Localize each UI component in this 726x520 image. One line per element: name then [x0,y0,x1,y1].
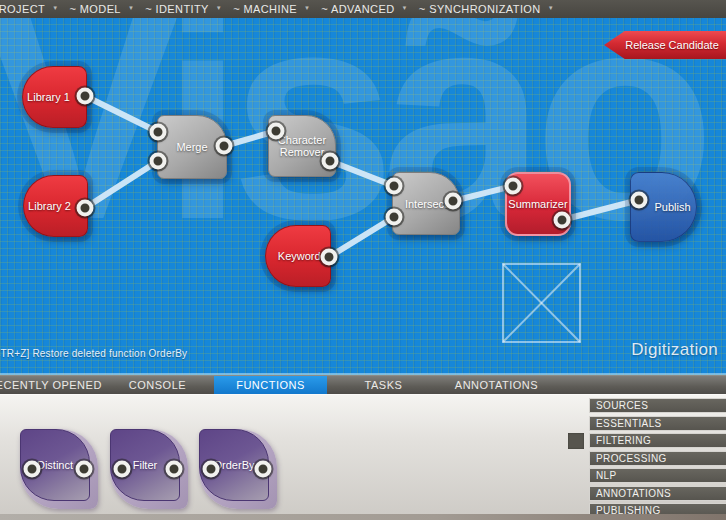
port-keywords-out[interactable] [321,249,338,266]
port-merge-in1[interactable] [150,124,167,141]
port-character-remover-in[interactable] [268,123,285,140]
category-nlp[interactable]: NLP [589,468,726,483]
tab-label: RECENTLY OPENED [0,379,102,391]
chevron-down-icon: ▼ [548,5,554,11]
workflow-canvas[interactable]: Visão Release Candidate Library 1 Librar… [0,18,726,375]
empty-frame [503,264,580,342]
functions-panel: Distinct Filter OrderBy SOURCES ESSENTIA… [0,394,726,520]
undo-hint-text: [CTR+Z] Restore deleted function OrderBy [0,348,187,359]
node-label: Library 1 [27,91,70,103]
port-intersect-in2[interactable] [386,209,403,226]
node-label: Intersect [405,198,447,210]
ribbon-label: Release Candidate [625,39,719,51]
chevron-down-icon: ▼ [216,5,222,11]
release-candidate-ribbon: Release Candidate [604,31,726,59]
panel-tab-bar: RECENTLY OPENED CONSOLE FUNCTIONS TASKS … [0,375,726,394]
port-intersect-out[interactable] [445,193,462,210]
category-list: SOURCES ESSENTIALS FILTERING PROCESSING … [589,398,726,520]
menu-item-advanced[interactable]: ~ ADVANCED ▼ [321,3,408,15]
menu-item-label: ~ MACHINE [233,3,297,15]
menu-item-project[interactable]: PROJECT ▼ [0,3,58,15]
tab-recently-opened[interactable]: RECENTLY OPENED [0,376,101,394]
menu-item-label: ~ IDENTITY [145,3,209,15]
palette-function-distinct[interactable]: Distinct [20,429,98,509]
port-distinct-in[interactable] [24,461,41,478]
port-character-remover-out[interactable] [322,153,339,170]
tab-console[interactable]: CONSOLE [101,376,214,394]
category-processing[interactable]: PROCESSING [589,451,726,466]
category-annotations[interactable]: ANNOTATIONS [589,486,726,501]
tab-label: FUNCTIONS [236,379,305,391]
port-intersect-in1[interactable] [386,178,403,195]
node-label: Summarizer [508,198,567,210]
node-label: Keywords [278,250,326,262]
menu-item-model[interactable]: ~ MODEL ▼ [69,3,134,15]
node-label: Merge [176,141,207,153]
function-label: Filter [133,459,157,471]
port-merge-out[interactable] [216,138,233,155]
node-label: Character Remover [273,134,331,158]
chevron-down-icon: ▼ [128,5,134,11]
menu-item-label: ~ ADVANCED [321,3,394,15]
category-list-handle[interactable] [568,433,584,449]
port-library1-out[interactable] [77,88,94,105]
palette-function-orderby[interactable]: OrderBy [199,429,277,509]
chevron-down-icon: ▼ [402,5,408,11]
menu-item-label: PROJECT [0,3,45,15]
node-label: Library 2 [28,200,71,212]
tab-label: ANNOTATIONS [455,379,538,391]
port-distinct-out[interactable] [76,461,93,478]
port-orderby-in[interactable] [203,461,220,478]
menu-item-label: ~ MODEL [69,3,120,15]
port-merge-in2[interactable] [150,153,167,170]
tab-annotations[interactable]: ANNOTATIONS [440,376,553,394]
menu-item-identity[interactable]: ~ IDENTITY ▼ [145,3,222,15]
tab-label: CONSOLE [129,379,186,391]
workspace-title: Digitization [631,340,718,360]
menu-item-label: ~ SYNCHRONIZATION [419,3,541,15]
app-watermark: Visão [0,18,726,264]
palette-function-filter[interactable]: Filter [110,429,188,509]
category-essentials[interactable]: ESSENTIALS [589,416,726,431]
menu-bar: PROJECT ▼ ~ MODEL ▼ ~ IDENTITY ▼ ~ MACHI… [0,0,726,18]
port-summarizer-in[interactable] [505,178,522,195]
menu-item-machine[interactable]: ~ MACHINE ▼ [233,3,310,15]
port-summarizer-out[interactable] [554,212,571,229]
port-filter-out[interactable] [166,461,183,478]
panel-bottom-edge [0,514,726,520]
port-orderby-out[interactable] [255,461,272,478]
chevron-down-icon: ▼ [52,5,58,11]
node-label: Publish [654,201,690,213]
chevron-down-icon: ▼ [304,5,310,11]
menu-item-synchronization[interactable]: ~ SYNCHRONIZATION ▼ [419,3,554,15]
function-label: OrderBy [214,459,255,471]
category-filtering[interactable]: FILTERING [589,433,726,448]
function-label: Distinct [37,459,73,471]
tab-functions[interactable]: FUNCTIONS [214,376,327,394]
port-filter-in[interactable] [114,461,131,478]
tab-tasks[interactable]: TASKS [327,376,440,394]
connection-wires [0,18,726,375]
category-sources[interactable]: SOURCES [589,398,726,413]
port-library2-out[interactable] [77,200,94,217]
port-publish-in[interactable] [631,192,648,209]
tab-label: TASKS [365,379,403,391]
